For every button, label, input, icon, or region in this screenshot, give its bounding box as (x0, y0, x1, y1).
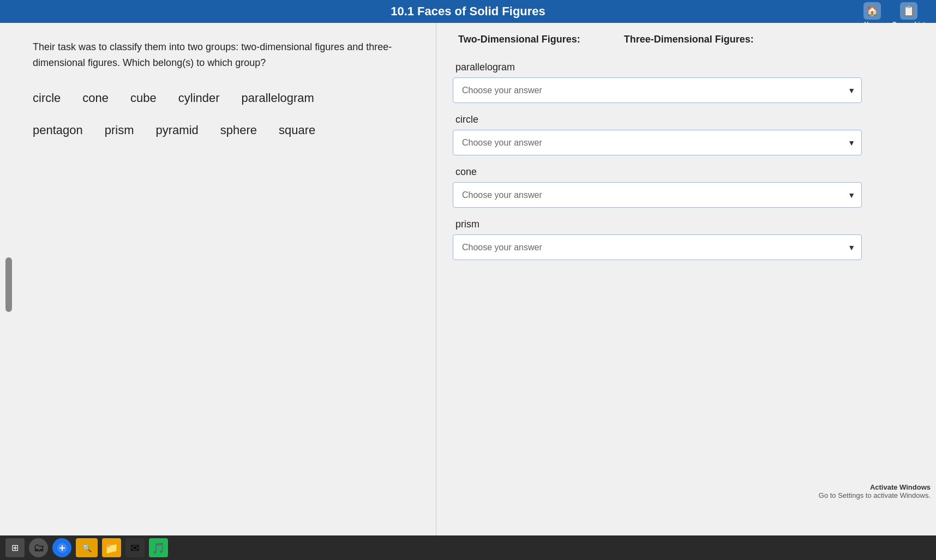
qa-item-cone: cone Choose your answer Two-Dimensional … (453, 166, 920, 208)
three-dimensional-header: Three-Dimensional Figures: (624, 34, 754, 45)
qa-item-circle: circle Choose your answer Two-Dimensiona… (453, 114, 920, 155)
qa-label-parallelogram: parallelogram (453, 62, 920, 73)
taskbar-app-4[interactable]: 📁 (102, 538, 121, 557)
shape-sphere: sphere (220, 119, 257, 141)
shape-cone: cone (82, 87, 109, 109)
column-headers: Two-Dimensional Figures: Three-Dimension… (458, 34, 920, 45)
scroll-indicator[interactable] (5, 257, 12, 312)
page-header: 10.1 Faces of Solid Figures 🏠 Home 📋 Cou… (0, 0, 936, 23)
shape-cylinder: cylinder (178, 87, 220, 109)
instruction-text: Their task was to classify them into two… (33, 39, 414, 71)
page-title: 10.1 Faces of Solid Figures (391, 4, 545, 18)
dropdown-prism-container: Choose your answer Two-Dimensional Three… (453, 234, 862, 260)
shape-pentagon: pentagon (33, 119, 83, 141)
dropdown-prism[interactable]: Choose your answer Two-Dimensional Three… (453, 234, 862, 260)
shape-cube: cube (130, 87, 157, 109)
dropdown-cone[interactable]: Choose your answer Two-Dimensional Three… (453, 182, 862, 208)
shape-pyramid: pyramid (156, 119, 199, 141)
shape-circle: circle (33, 87, 61, 109)
main-container: Their task was to classify them into two… (0, 23, 936, 546)
shape-prism: prism (105, 119, 134, 141)
dropdown-cone-container: Choose your answer Two-Dimensional Three… (453, 182, 862, 208)
dropdown-circle[interactable]: Choose your answer Two-Dimensional Three… (453, 130, 862, 155)
activate-windows-title: Activate Windows (819, 483, 931, 491)
qa-item-prism: prism Choose your answer Two-Dimensional… (453, 219, 920, 260)
course-list-icon: 📋 (900, 2, 917, 20)
qa-item-parallelogram: parallelogram Choose your answer Two-Dim… (453, 62, 920, 103)
taskbar: ⊞ 🗂 🔍 📁 ✉ 🎵 (0, 535, 936, 560)
dropdown-circle-container: Choose your answer Two-Dimensional Three… (453, 130, 862, 155)
dropdown-parallelogram[interactable]: Choose your answer Two-Dimensional Three… (453, 77, 862, 103)
taskbar-app-5[interactable]: ✉ (125, 538, 145, 557)
taskbar-app-1[interactable]: 🗂 (29, 538, 48, 557)
qa-label-cone: cone (453, 166, 920, 178)
right-panel: Two-Dimensional Figures: Three-Dimension… (436, 23, 936, 546)
left-panel: Their task was to classify them into two… (0, 23, 436, 546)
qa-label-circle: circle (453, 114, 920, 125)
shapes-grid: circle cone cube cylinder parallelogram … (33, 87, 414, 141)
qa-label-prism: prism (453, 219, 920, 230)
home-icon: 🏠 (863, 2, 881, 20)
shape-square: square (279, 119, 315, 141)
dropdown-parallelogram-container: Choose your answer Two-Dimensional Three… (453, 77, 862, 103)
activate-windows-subtitle: Go to Settings to activate Windows. (819, 491, 931, 499)
start-button[interactable]: ⊞ (5, 538, 25, 557)
taskbar-app-2[interactable] (52, 538, 71, 557)
taskbar-app-6[interactable]: 🎵 (149, 538, 168, 557)
two-dimensional-header: Two-Dimensional Figures: (458, 34, 580, 45)
activate-windows-watermark: Activate Windows Go to Settings to activ… (813, 480, 936, 503)
taskbar-app-3[interactable]: 🔍 (76, 538, 98, 557)
shape-parallelogram: parallelogram (242, 87, 314, 109)
